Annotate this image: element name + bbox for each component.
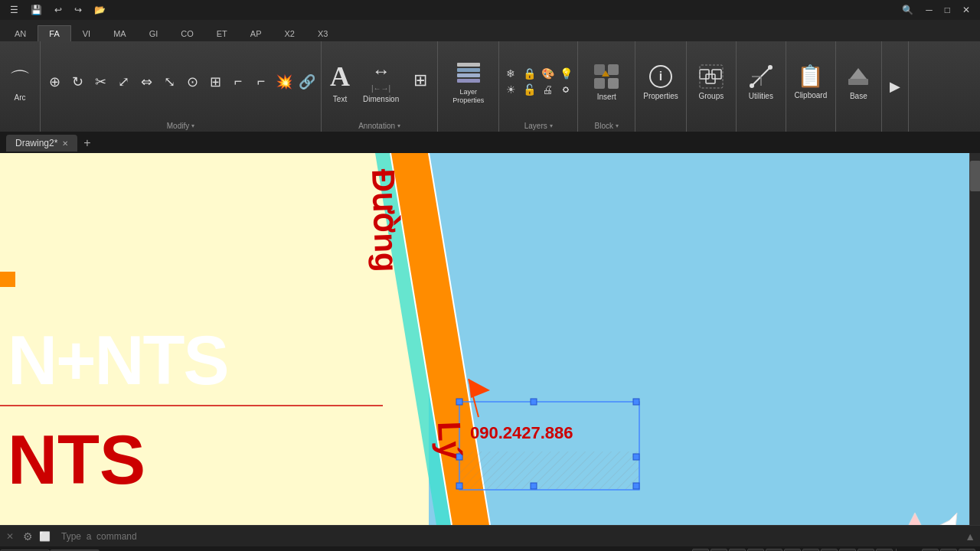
tab-x2[interactable]: X2 <box>273 25 306 41</box>
cmd-scroll-up[interactable]: ▲ <box>960 530 980 543</box>
doc-tab-drawing2[interactable]: Drawing2* ✕ <box>6 135 77 152</box>
base-btn[interactable]: Base <box>841 54 876 109</box>
layer-off-btn[interactable]: ⭘ <box>557 82 574 97</box>
maximize-btn[interactable]: □ <box>941 3 954 17</box>
svg-point-16 <box>750 83 754 88</box>
array-btn[interactable]: ⊞ <box>204 71 226 93</box>
scale-btn[interactable]: ⤡ <box>158 71 180 93</box>
svg-rect-6 <box>594 78 605 89</box>
layer-on-btn[interactable]: 💡 <box>557 66 574 81</box>
mirror-btn[interactable]: ⇔ <box>136 71 157 93</box>
svg-rect-28 <box>459 452 639 490</box>
dimension-btn[interactable]: ↔ |←→| Dimension <box>358 54 403 109</box>
layer-properties-btn[interactable]: LayerProperties <box>448 54 488 109</box>
canvas-area[interactable]: N+NTS NTS l nông Đường Lý 090.2427.886 <box>0 153 980 525</box>
tab-fa[interactable]: FA <box>38 25 70 41</box>
minimize-btn[interactable]: ─ <box>922 3 936 17</box>
block-dropdown-icon[interactable]: ▾ <box>616 122 619 129</box>
svg-rect-0 <box>457 63 480 67</box>
scrollbar-vertical[interactable] <box>969 153 980 525</box>
layer-thaw-btn[interactable]: ☀ <box>502 82 519 97</box>
explode-btn[interactable]: 💥 <box>273 71 295 93</box>
layer-freeze-btn[interactable]: ❄ <box>502 66 519 81</box>
tab-vi[interactable]: VI <box>71 25 102 41</box>
table-btn[interactable]: ⊞ <box>407 54 434 109</box>
join-btn[interactable]: 🔗 <box>296 71 318 93</box>
svg-rect-33 <box>456 454 462 460</box>
search-btn[interactable]: 🔍 <box>898 3 917 17</box>
utilities-label: Utilities <box>749 92 773 100</box>
block-text: Block <box>595 122 613 130</box>
svg-rect-14 <box>700 65 723 88</box>
arc-group: ⌒ Arc <box>0 41 41 132</box>
modify-label: Modify ▾ <box>167 120 194 130</box>
move-btn[interactable]: ⊕ <box>44 71 65 93</box>
utilities-btn[interactable]: Utilities <box>743 54 779 109</box>
svg-rect-4 <box>594 64 605 75</box>
clipboard-btn[interactable]: 📋 Clipboard <box>789 54 831 109</box>
svg-rect-30 <box>456 399 462 405</box>
doc-tab-add[interactable]: + <box>79 135 95 152</box>
layer-plot-btn[interactable]: 🖨 <box>539 82 556 97</box>
modify-dropdown-icon[interactable]: ▾ <box>191 122 194 129</box>
tab-an[interactable]: AN <box>3 25 38 41</box>
layer-unlock-btn[interactable]: 🔓 <box>521 82 537 97</box>
annotation-label: Annotation ▾ <box>358 120 400 130</box>
insert-label: Insert <box>597 93 616 101</box>
layer-color-btn[interactable]: 🎨 <box>539 66 556 81</box>
command-input[interactable] <box>54 531 960 542</box>
menu-btn[interactable]: ☰ <box>6 3 22 17</box>
annotation-group: A Text ↔ |←→| Dimension ⊞ Annotation ▾ <box>322 41 438 132</box>
tab-x3[interactable]: X3 <box>306 25 339 41</box>
svg-rect-3 <box>457 79 480 83</box>
layer-properties-group: LayerProperties . <box>438 41 499 132</box>
tab-gi[interactable]: GI <box>138 25 170 41</box>
bottom-tab-area: Layout1 Layout2 + MODEL ⊞ ⧋ ⊾ △ ◉ ⬡ ≈ ━ … <box>0 546 980 551</box>
trim-btn[interactable]: ✂ <box>90 71 111 93</box>
base-label: Base <box>850 92 867 100</box>
extend-btn[interactable]: ⤢ <box>113 71 134 93</box>
layers-text: Layers <box>524 122 547 130</box>
svg-rect-34 <box>633 454 639 460</box>
rotate-btn[interactable]: ↻ <box>67 71 88 93</box>
tab-et[interactable]: ET <box>205 25 239 41</box>
dimension-label: Dimension <box>363 95 399 103</box>
block-group: Insert Block ▾ <box>578 41 635 132</box>
fillet-btn[interactable]: ⌐ <box>227 71 249 93</box>
doc-tab-close[interactable]: ✕ <box>62 139 68 148</box>
canvas-svg <box>0 153 980 525</box>
more-group: ▶ <box>882 41 909 132</box>
scrollbar-thumb[interactable] <box>970 161 980 191</box>
open-btn[interactable]: 📂 <box>90 3 109 17</box>
annotation-text: Annotation <box>358 122 395 130</box>
undo-btn[interactable]: ↩ <box>51 3 66 17</box>
svg-rect-35 <box>456 483 462 489</box>
properties-label: Properties <box>643 92 678 100</box>
properties-btn[interactable]: i Properties <box>639 54 683 109</box>
groups-group: Groups . <box>687 41 737 132</box>
cmd-expand-icon[interactable]: ⬜ <box>36 531 54 542</box>
cmd-close-icon[interactable]: ✕ <box>0 531 20 542</box>
groups-btn[interactable]: Groups <box>694 54 729 109</box>
text-btn[interactable]: A Text <box>325 54 355 109</box>
cmd-settings-icon[interactable]: ⚙ <box>20 530 36 543</box>
layer-properties-label: LayerProperties <box>452 88 484 105</box>
redo-btn[interactable]: ↪ <box>70 3 86 17</box>
doc-tab-label: Drawing2* <box>15 138 57 148</box>
insert-btn[interactable]: Insert <box>583 54 629 109</box>
annotation-dropdown-icon[interactable]: ▾ <box>397 122 400 129</box>
svg-text:i: i <box>659 70 662 83</box>
tab-co[interactable]: CO <box>169 25 205 41</box>
more-btn[interactable]: ▶ <box>885 59 905 114</box>
tab-ma[interactable]: MA <box>102 25 138 41</box>
offset-btn[interactable]: ⊙ <box>181 71 203 93</box>
arc-btn[interactable]: ⌒ Arc <box>3 58 37 113</box>
chamfer-btn[interactable]: ⌐ <box>250 71 272 93</box>
save-btn[interactable]: 💾 <box>27 3 46 17</box>
layer-lock-btn[interactable]: 🔒 <box>521 66 537 81</box>
text-label: Text <box>333 95 347 103</box>
tab-ap[interactable]: AP <box>239 25 273 41</box>
ribbon: ⌒ Arc ⊕ ↻ ✂ ⤢ ⇔ ⤡ ⊙ ⊞ ⌐ ⌐ 💥 🔗 Modify ▾ <box>0 41 980 133</box>
layers-dropdown-icon[interactable]: ▾ <box>550 122 553 129</box>
close-btn[interactable]: ✕ <box>959 3 974 17</box>
